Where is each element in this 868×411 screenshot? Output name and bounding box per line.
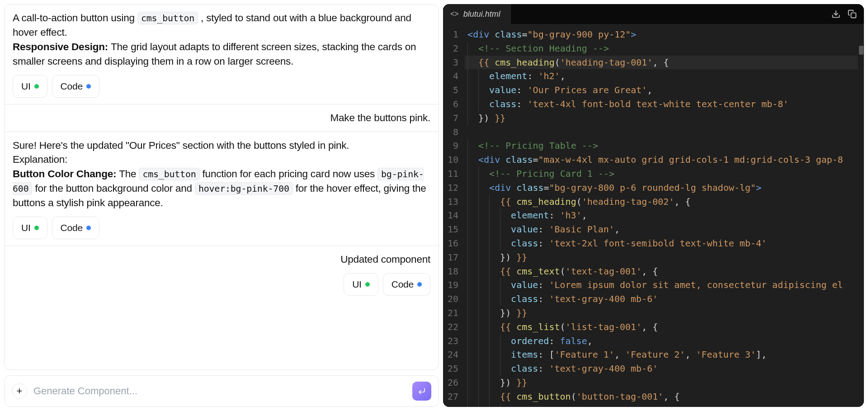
- user-message: Updated componentUICode: [5, 246, 439, 302]
- composer: +: [4, 375, 439, 407]
- assistant-message: A call-to-action button using cms_button…: [5, 5, 439, 104]
- code-pill-button[interactable]: Code: [383, 273, 430, 296]
- line-gutter: 1234567891011121314151617181920212223242…: [443, 24, 465, 407]
- code-file-icon: <>: [450, 10, 459, 18]
- download-button[interactable]: [828, 4, 844, 24]
- assistant-message: Sure! Here's the updated "Our Prices" se…: [5, 132, 439, 246]
- ui-pill-button[interactable]: UI: [344, 273, 378, 296]
- ui-pill-button[interactable]: UI: [13, 75, 47, 98]
- status-dot-green: [34, 84, 39, 89]
- user-message: Make the buttons pink.: [5, 104, 439, 132]
- pill-label: UI: [21, 221, 31, 235]
- download-icon: [831, 9, 840, 19]
- status-dot-blue: [417, 282, 422, 287]
- editor-tab-filename: blutui.html: [463, 9, 500, 19]
- status-dot-green: [34, 226, 39, 230]
- pill-label: Code: [392, 278, 414, 291]
- copy-button[interactable]: [844, 4, 860, 24]
- code-pill-button[interactable]: Code: [52, 217, 99, 239]
- editor-tab-bar: <> blutui.html: [443, 4, 864, 24]
- status-dot-green: [365, 282, 370, 287]
- pill-row: UICode: [13, 273, 430, 296]
- chat-panel: A call-to-action button using cms_button…: [4, 4, 439, 407]
- status-dot-blue: [86, 84, 91, 89]
- code-panel: <> blutui.html 1234567891011121314151617…: [443, 4, 864, 407]
- pill-label: UI: [21, 80, 31, 93]
- inline-code: hover:bg-pink-700: [195, 182, 293, 195]
- inline-code: cms_button: [139, 168, 199, 180]
- code-editor[interactable]: 1234567891011121314151617181920212223242…: [443, 24, 864, 407]
- add-attachment-button[interactable]: +: [12, 383, 27, 399]
- chat-scroll-area[interactable]: A call-to-action button using cms_button…: [4, 4, 439, 370]
- svg-rect-1: [851, 13, 856, 18]
- pill-label: UI: [352, 278, 362, 291]
- send-button[interactable]: [412, 382, 431, 401]
- pill-label: Code: [61, 221, 83, 235]
- editor-tab[interactable]: <> blutui.html: [443, 4, 511, 24]
- composer-input[interactable]: [33, 385, 406, 397]
- pill-label: Code: [61, 80, 83, 93]
- status-dot-blue: [86, 226, 91, 230]
- inline-code: cms_button: [137, 12, 198, 24]
- copy-icon: [848, 9, 857, 19]
- enter-icon: [418, 387, 426, 395]
- pill-row: UICode: [13, 75, 430, 98]
- code-content: <div class="bg-gray-900 py-12"> <!-- Sec…: [465, 24, 864, 407]
- pill-row: UICode: [13, 217, 430, 239]
- ui-pill-button[interactable]: UI: [13, 217, 47, 239]
- code-pill-button[interactable]: Code: [52, 75, 99, 98]
